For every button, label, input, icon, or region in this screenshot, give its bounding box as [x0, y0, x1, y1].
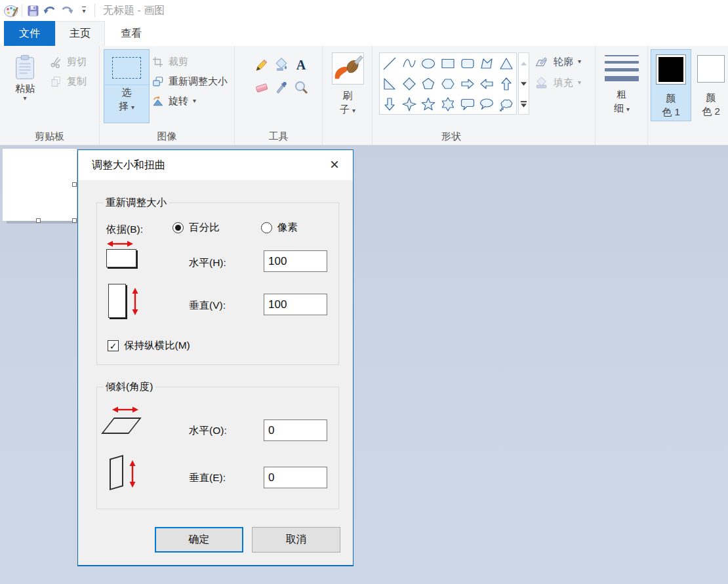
- shape-triangle[interactable]: [496, 53, 516, 73]
- drawing-canvas[interactable]: [3, 149, 77, 221]
- shapes-scroll-up-button[interactable]: [519, 53, 529, 73]
- shape-line[interactable]: [380, 53, 399, 73]
- maintain-aspect-checkbox[interactable]: ✓ 保持纵横比(M): [108, 339, 190, 353]
- paint-logo-icon: [3, 1, 20, 20]
- color-picker-tool-button[interactable]: [272, 76, 291, 98]
- outline-button[interactable]: 轮廓 ▾: [535, 54, 581, 69]
- shape-callout-cloud[interactable]: [496, 94, 516, 114]
- skew-vertical-input[interactable]: [264, 467, 327, 488]
- resize-horizontal-input[interactable]: [264, 250, 327, 272]
- shape-callout-rounded[interactable]: [458, 94, 477, 114]
- crop-button[interactable]: 裁剪: [152, 54, 188, 69]
- size-button[interactable]: 粗 细 ▾: [601, 51, 643, 125]
- radio-pixels-label: 像素: [277, 221, 298, 235]
- fill-with-color-tool-button[interactable]: [272, 54, 291, 76]
- color1-swatch: [656, 54, 686, 85]
- shape-ellipse[interactable]: [418, 53, 438, 73]
- canvas-resize-handle-corner[interactable]: [72, 218, 77, 223]
- svg-text:A: A: [296, 58, 306, 72]
- magnifier-tool-button[interactable]: [291, 76, 311, 98]
- tab-home[interactable]: 主页: [55, 21, 105, 46]
- pencil-icon: [254, 57, 270, 73]
- paste-button[interactable]: 粘贴 ▾: [7, 50, 43, 125]
- color2-label: 颜: [706, 90, 716, 104]
- divider: [22, 4, 22, 17]
- shape-hexagon[interactable]: [438, 73, 458, 94]
- resize-vertical-input[interactable]: [264, 294, 327, 315]
- undo-button[interactable]: [41, 1, 58, 20]
- radio-percent[interactable]: 百分比: [172, 221, 220, 235]
- shape-right-triangle[interactable]: [380, 73, 399, 94]
- brushes-label: 刷: [343, 88, 353, 102]
- shapes-scroll-down-button[interactable]: [519, 73, 529, 94]
- text-icon: A: [293, 57, 309, 73]
- shape-rectangle[interactable]: [438, 53, 458, 73]
- shape-rounded-rectangle[interactable]: [458, 53, 477, 73]
- resize-horizontal-label: 水平(H):: [189, 256, 226, 270]
- customize-quick-access-dropdown[interactable]: ▾: [75, 1, 92, 20]
- shapes-more-button[interactable]: [519, 94, 529, 114]
- brushes-button[interactable]: 刷 子 ▾: [331, 52, 365, 123]
- dialog-close-button[interactable]: ×: [325, 155, 344, 174]
- shape-callout-oval[interactable]: [477, 94, 496, 114]
- fill-button[interactable]: 填充 ▾: [535, 75, 581, 90]
- color2-button[interactable]: 颜 色 2: [695, 49, 727, 121]
- radio-pixels[interactable]: 像素: [261, 221, 298, 235]
- ok-button[interactable]: 确定: [155, 527, 243, 553]
- eraser-tool-button[interactable]: [252, 76, 272, 98]
- rotate-label: 旋转: [169, 95, 188, 107]
- pencil-tool-button[interactable]: [252, 54, 272, 76]
- copy-button[interactable]: 复制: [50, 74, 87, 88]
- select-button[interactable]: 选 择 ▾: [104, 49, 150, 123]
- shape-arrow-right[interactable]: [458, 73, 477, 94]
- resize-button[interactable]: 重新调整大小: [152, 74, 228, 88]
- window-title: 无标题 - 画图: [103, 4, 165, 18]
- canvas-resize-handle-right[interactable]: [72, 182, 77, 187]
- group-clipboard: 粘贴 ▾ 剪切 复制 剪贴板: [0, 46, 100, 145]
- cancel-button[interactable]: 取消: [252, 527, 340, 553]
- crop-icon: [152, 56, 164, 68]
- shape-arrow-up[interactable]: [496, 73, 516, 94]
- shape-star-6[interactable]: [438, 94, 458, 114]
- cut-label: 剪切: [67, 56, 87, 68]
- vertical-resize-icon: [108, 284, 126, 318]
- shape-star-4[interactable]: [399, 94, 419, 114]
- fill-icon: [535, 77, 549, 89]
- shape-diamond[interactable]: [399, 73, 419, 94]
- shape-polygon[interactable]: [477, 53, 496, 73]
- tab-view[interactable]: 查看: [105, 21, 157, 46]
- select-label: 择 ▾: [119, 99, 134, 113]
- selection-rectangle-icon: [112, 57, 141, 79]
- tab-file[interactable]: 文件: [4, 21, 55, 46]
- select-label: 选: [122, 85, 132, 99]
- chevron-down-icon: ▾: [578, 58, 581, 65]
- rotate-button[interactable]: 旋转 ▾: [152, 94, 196, 108]
- color1-button[interactable]: 颜 色 1: [651, 49, 691, 121]
- eraser-icon: [254, 79, 270, 95]
- shape-curve[interactable]: [399, 53, 419, 73]
- text-tool-button[interactable]: A: [291, 54, 311, 76]
- shape-arrow-left[interactable]: [477, 73, 496, 94]
- radio-percent-label: 百分比: [189, 221, 220, 235]
- shape-pentagon[interactable]: [418, 73, 438, 94]
- skew-horizontal-input[interactable]: [264, 419, 327, 441]
- copy-icon: [50, 75, 62, 88]
- shape-arrow-down[interactable]: [380, 94, 399, 114]
- color2-label: 色 2: [702, 104, 720, 118]
- dialog-title: 调整大小和扭曲: [92, 159, 165, 172]
- divider: [94, 4, 95, 17]
- save-button[interactable]: [24, 1, 41, 20]
- dialog-title-bar[interactable]: 调整大小和扭曲: [78, 150, 353, 180]
- cut-button[interactable]: 剪切: [50, 54, 87, 69]
- redo-button[interactable]: [58, 1, 75, 20]
- canvas-resize-handle-bottom[interactable]: [36, 218, 41, 223]
- resize-group-label: 重新调整大小: [103, 196, 169, 210]
- color1-label: 颜: [666, 91, 676, 105]
- title-bar: ▾ 无标题 - 画图: [0, 0, 728, 21]
- shape-star-5[interactable]: [418, 94, 438, 114]
- shapes-gallery: [379, 52, 517, 115]
- magnifier-icon: [293, 79, 309, 95]
- group-size: 粗 细 ▾: [596, 46, 648, 145]
- horizontal-skew-icon: [101, 418, 142, 434]
- chevron-down-icon: ▾: [352, 107, 355, 114]
